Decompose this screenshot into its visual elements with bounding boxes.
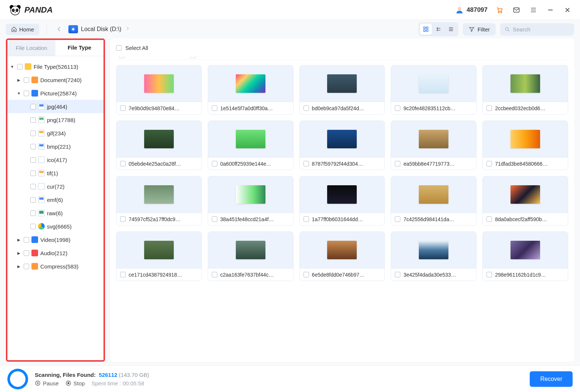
tree-ext-emf[interactable]: emf(6) (7, 193, 104, 206)
tree-checkbox[interactable] (30, 170, 36, 176)
file-card[interactable]: ce171cd4387924918… (116, 232, 202, 281)
tree-checkbox[interactable] (30, 184, 36, 189)
view-list-button[interactable] (445, 24, 457, 35)
file-checkbox[interactable] (212, 161, 217, 166)
recover-button[interactable]: Recover (530, 371, 573, 387)
tree-ext-jpg[interactable]: jpg(464) (7, 100, 104, 113)
file-card[interactable]: 7e9b0d9c94870e84… (116, 65, 202, 115)
stop-button[interactable]: Stop (65, 380, 85, 386)
tree-audio[interactable]: ▶Audio(212) (7, 246, 104, 260)
file-checkbox[interactable] (212, 216, 217, 222)
file-card[interactable]: 2ccbeed032ecb0d6… (482, 65, 568, 115)
select-all-checkbox[interactable] (116, 45, 122, 51)
file-checkbox[interactable] (303, 216, 309, 222)
view-grid-button[interactable] (420, 24, 432, 35)
file-checkbox[interactable] (120, 272, 126, 277)
file-checkbox[interactable] (486, 161, 492, 166)
file-checkbox[interactable] (395, 161, 400, 166)
tree-checkbox[interactable] (30, 210, 36, 216)
file-checkbox[interactable] (303, 105, 309, 111)
tree-compress[interactable]: ▶Compress(583) (7, 260, 104, 273)
menu-icon[interactable] (527, 3, 540, 17)
tree-twisty[interactable]: ▼ (10, 65, 15, 69)
tree-picture[interactable]: ▼Picture(25874) (7, 87, 104, 100)
tab-file-type[interactable]: File Type (55, 40, 104, 56)
file-checkbox[interactable] (486, 272, 492, 277)
tree-ext-svg[interactable]: svg(6665) (7, 220, 104, 233)
tree-video[interactable]: ▶Video(1998) (7, 233, 104, 246)
tree-checkbox[interactable] (24, 237, 29, 243)
tree-checkbox[interactable] (30, 104, 36, 109)
file-card[interactable]: 74597cf52a17ff0dc9… (116, 176, 202, 226)
file-checkbox[interactable] (395, 216, 400, 222)
mail-icon[interactable] (510, 3, 523, 17)
file-card[interactable]: 8da0abcecf2aff590b… (482, 176, 568, 226)
file-checkbox[interactable] (120, 105, 126, 111)
file-checkbox[interactable] (395, 105, 400, 111)
file-card[interactable]: 1a77ff0b6031644dd… (299, 176, 385, 226)
tree-checkbox[interactable] (30, 131, 36, 136)
tree-document[interactable]: ▶Document(7240) (7, 73, 104, 87)
file-checkbox[interactable] (212, 105, 217, 111)
file-checkbox[interactable] (395, 272, 400, 277)
file-card[interactable]: 3e425f4dada30e533… (391, 232, 476, 281)
file-card[interactable]: 298e961162b1d1c9… (482, 232, 568, 281)
file-checkbox[interactable] (120, 161, 126, 166)
file-card[interactable]: ea59bb8e47719773… (391, 121, 476, 170)
file-card[interactable]: 8787f59792f44d304… (299, 121, 385, 170)
tree-twisty[interactable]: ▶ (16, 251, 21, 255)
file-card[interactable]: 71dfad3be84580666… (482, 121, 568, 170)
filter-button[interactable]: Filter (463, 23, 496, 36)
tree-checkbox[interactable] (24, 264, 29, 269)
view-detail-button[interactable] (433, 24, 444, 35)
tree-checkbox[interactable] (17, 64, 23, 70)
close-icon[interactable] (561, 3, 574, 17)
pause-button[interactable]: Pause (35, 380, 59, 386)
tree-checkbox[interactable] (30, 157, 36, 163)
home-button[interactable]: Home (6, 24, 39, 35)
tree-checkbox[interactable] (30, 224, 36, 229)
tree-ext-png[interactable]: png(17788) (7, 113, 104, 126)
tree-checkbox[interactable] (30, 144, 36, 149)
tree-checkbox[interactable] (24, 250, 29, 256)
tree-root[interactable]: ▼File Type(526113) (7, 60, 104, 73)
search-box[interactable] (500, 23, 574, 36)
file-card[interactable]: c2aa163fe7637bf44c… (208, 232, 294, 281)
tree-ext-bmp[interactable]: bmp(221) (7, 140, 104, 153)
file-checkbox[interactable] (303, 272, 309, 277)
tree-ext-ico[interactable]: ico(417) (7, 153, 104, 166)
tree-checkbox[interactable] (30, 117, 36, 123)
minimize-icon[interactable] (544, 3, 557, 17)
tree-ext-cur[interactable]: cur(72) (7, 180, 104, 193)
file-card[interactable]: 1e514e5f7a0d0ff30a… (208, 65, 294, 115)
tree-ext-tif[interactable]: tif(1) (7, 166, 104, 180)
file-checkbox[interactable] (303, 161, 309, 166)
file-checkbox[interactable] (212, 272, 217, 277)
cart-icon[interactable] (493, 3, 506, 17)
tree-checkbox[interactable] (30, 197, 36, 203)
tree-twisty[interactable]: ▼ (16, 91, 21, 95)
tree-ext-raw[interactable]: raw(6) (7, 206, 104, 220)
file-name: 71dfad3be84580666… (495, 161, 547, 167)
file-card[interactable]: bd0eb9ca97da5f24d… (299, 65, 385, 115)
tree-twisty[interactable]: ▶ (16, 264, 21, 268)
file-card[interactable]: 05ebde4e25ac0a28f… (116, 121, 202, 170)
search-input[interactable] (513, 26, 570, 33)
file-card[interactable]: 9c20fe482835112cb… (391, 65, 476, 115)
file-card[interactable]: 38a451fe48ccd21a4f… (208, 176, 294, 226)
tree-twisty[interactable]: ▶ (16, 78, 21, 82)
user-account[interactable]: 487097 (455, 6, 488, 14)
tab-file-location[interactable]: File Location (7, 40, 55, 56)
breadcrumb[interactable]: Local Disk (D:\) (68, 25, 130, 33)
file-card[interactable]: 7c42556d984141da… (391, 176, 476, 226)
tree-ext-gif[interactable]: gif(234) (7, 126, 104, 140)
tree-checkbox[interactable] (24, 91, 29, 96)
nav-back-button[interactable] (54, 24, 64, 34)
tree-twisty[interactable]: ▶ (16, 238, 21, 242)
file-checkbox[interactable] (120, 216, 126, 222)
file-checkbox[interactable] (486, 105, 492, 111)
file-checkbox[interactable] (486, 216, 492, 222)
tree-checkbox[interactable] (24, 77, 29, 83)
file-card[interactable]: 6e5de8fdd0e746b97… (299, 232, 385, 281)
file-card[interactable]: 0a600ff25939e144e… (208, 121, 294, 170)
